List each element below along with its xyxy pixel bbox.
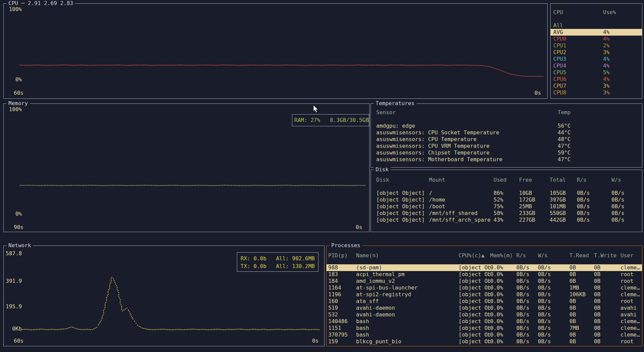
process-ws: 0B/s — [538, 318, 569, 325]
disk-device: [object Object] — [376, 210, 429, 217]
proc-col-mem[interactable]: Mem%(m) — [490, 252, 516, 259]
sensor-value: 59°C — [558, 149, 642, 156]
disk-row: [object Object] /home 52% 172GB 397GB 0B… — [371, 196, 642, 203]
disk-free: 227GB — [519, 217, 550, 223]
network-ytick-3: 0Kb — [6, 325, 22, 332]
cpu-legend-row[interactable]: CPU5 5% — [551, 69, 642, 76]
process-twrite: 0B — [594, 291, 620, 298]
disk-row: [object Object] /boot 75% 25MB 101MB 0B/… — [371, 203, 642, 210]
process-twrite: 0B — [594, 271, 620, 278]
cpu-legend-row[interactable]: CPU1 2% — [551, 42, 642, 49]
process-pid: 140486 — [328, 318, 356, 325]
process-row[interactable]: 183 acpi_thermal_pm [object Object] 0.0%… — [327, 271, 642, 278]
process-tread: 106KB — [569, 291, 594, 298]
process-ws: 0B/s — [538, 305, 569, 311]
process-row[interactable]: 519 avahi-daemon [object Object] 0.0% 0B… — [327, 305, 642, 311]
cpu-legend-row[interactable]: CPU2 3% — [551, 49, 642, 56]
cpu-legend-row[interactable]: CPU4 4% — [551, 62, 642, 69]
cpu-legend-row[interactable]: CPU7 3% — [551, 83, 642, 89]
process-pid: 1196 — [328, 291, 356, 298]
proc-col-name[interactable]: Name(n) — [356, 252, 459, 259]
process-user: root — [620, 271, 642, 278]
proc-col-rs[interactable]: R/s — [516, 252, 538, 259]
process-name: avahi-daemon — [356, 305, 459, 311]
temperature-row: asuswmisensors: CPU Socket Temperature 4… — [371, 129, 642, 136]
process-row[interactable]: 1164 at-spi-bus-launcher [object Object]… — [327, 284, 642, 291]
process-row[interactable]: 532 avahi-daemon [object Object] 0.0% 0B… — [327, 311, 642, 318]
process-twrite: 0B — [594, 325, 620, 332]
proc-col-tread[interactable]: T.Read — [569, 252, 594, 259]
process-pid: 519 — [328, 305, 356, 311]
proc-col-ws[interactable]: W/s — [538, 252, 569, 259]
processes-panel[interactable]: Processes PID(p) Name(n) CPU%(c)▲ Mem%(m… — [326, 246, 642, 346]
sensor-value: 47°C — [558, 156, 642, 163]
process-row[interactable]: 160 ata_sff [object Object] 0.0% 0B/s 0B… — [327, 298, 642, 305]
proc-col-user[interactable]: User — [620, 252, 642, 259]
process-user: cleme… — [620, 332, 642, 338]
cpu-name: CPU5 — [553, 69, 603, 76]
cpu-usage: 5% — [603, 69, 642, 76]
cpu-name: All — [553, 22, 603, 29]
process-mem: 0.0% — [490, 264, 516, 271]
process-ws: 0B/s — [538, 332, 569, 338]
disk-used: 58% — [493, 210, 519, 217]
cpu-name: CPU4 — [553, 62, 603, 69]
disk-panel[interactable]: Disk Disk Mount Used Free Total R/s W/s … — [371, 170, 642, 232]
disk-col-total: Total — [550, 177, 577, 183]
disk-used: 86% — [493, 190, 519, 196]
cpu-legend-row[interactable]: All — [551, 22, 642, 29]
disk-total: 550GB — [550, 210, 577, 217]
cpu-legend-row[interactable]: CPU6 4% — [551, 76, 642, 83]
process-mem: 0.0% — [490, 325, 516, 332]
cpu-legend-panel[interactable]: CPU Use% All AVG 4% CPU0 4% CPU1 2% CPU2… — [550, 3, 642, 99]
process-row[interactable]: 1196 at-spi2-registryd [object Object] 0… — [327, 291, 642, 298]
proc-col-pid[interactable]: PID(p) — [328, 252, 356, 259]
cpu-legend-row[interactable]: CPU3 4% — [551, 56, 642, 62]
disk-read: 0B/s — [577, 190, 611, 196]
disk-free: 10GB — [519, 190, 550, 196]
process-ws: 0B/s — [538, 325, 569, 332]
process-row[interactable]: 370795 bash [object Object] 0.0% 0B/s 0B… — [327, 332, 642, 338]
process-row[interactable]: 159 blkcg_punt_bio [object Object] 0.0% … — [327, 338, 642, 345]
process-tread: 0B — [569, 311, 594, 318]
process-name: at-spi2-registryd — [356, 291, 459, 298]
process-row[interactable]: 988 (sd-pam) [object Object] 0.0% 0B/s 0… — [327, 264, 642, 271]
memory-panel[interactable]: Memory 100% 0% 90s 0s RAM: 27% 8.3GB/30.… — [3, 103, 370, 232]
cpu-name: CPU8 — [553, 89, 603, 96]
process-row[interactable]: 140486 bash [object Object] 0.0% 0B/s 0B… — [327, 318, 642, 325]
temperatures-panel[interactable]: Temperatures Sensor Temp amdgpu: edge 56… — [371, 103, 642, 168]
proc-col-cpu[interactable]: CPU%(c)▲ — [459, 252, 490, 259]
disk-used: 43% — [493, 217, 519, 223]
process-rs: 0B/s — [516, 338, 538, 345]
process-mem: 0.0% — [490, 332, 516, 338]
process-row[interactable]: 1151 bash [object Object] 0.0% 0B/s 0B/s… — [327, 325, 642, 332]
disk-used: 52% — [493, 196, 519, 203]
disk-col-ws: W/s — [611, 177, 642, 183]
disk-free: 233GB — [519, 210, 550, 217]
process-tread: 0B — [569, 338, 594, 345]
process-twrite: 0B — [594, 332, 620, 338]
proc-col-twrite[interactable]: T.Write — [594, 252, 620, 259]
process-name: bash — [356, 332, 459, 338]
process-user: root — [620, 338, 642, 345]
process-user: cleme… — [620, 325, 642, 332]
disk-row: [object Object] / 86% 10GB 105GB 0B/s 0B… — [371, 190, 642, 196]
sensor-name: asuswmisensors: Chipset Temperature — [376, 149, 558, 156]
temperature-row: amdgpu: edge 56°C — [371, 123, 642, 129]
process-row[interactable]: 184 amd_iommu_v2 [object Object] 0.0% 0B… — [327, 278, 642, 284]
process-mem: 0.0% — [490, 298, 516, 305]
cpu-ymax-label: 100% — [6, 6, 22, 13]
process-user: cleme… — [620, 291, 642, 298]
cpu-legend-row[interactable]: AVG 4% — [551, 29, 642, 36]
cpu-legend-row[interactable]: CPU8 3% — [551, 89, 642, 96]
temperature-row: asuswmisensors: CPU VRM Temperature 47°C — [371, 143, 642, 149]
temperature-row: asuswmisensors: CPU Temperature 48°C — [371, 136, 642, 143]
network-ytick-2: 195.9 — [6, 303, 22, 310]
cpu-panel[interactable]: CPU ─ 2.91 2.69 2.83 100% 0% 60s 0s — [3, 3, 548, 99]
cpu-legend-row[interactable]: CPU0 4% — [551, 36, 642, 42]
process-twrite: 0B — [594, 338, 620, 345]
disk-total: 101MB — [550, 203, 577, 210]
process-mem: 0.0% — [490, 291, 516, 298]
network-panel[interactable]: Network 587.8 391.9 195.9 0Kb 60s 0s RX:… — [3, 246, 325, 346]
process-rs: 0B/s — [516, 278, 538, 284]
